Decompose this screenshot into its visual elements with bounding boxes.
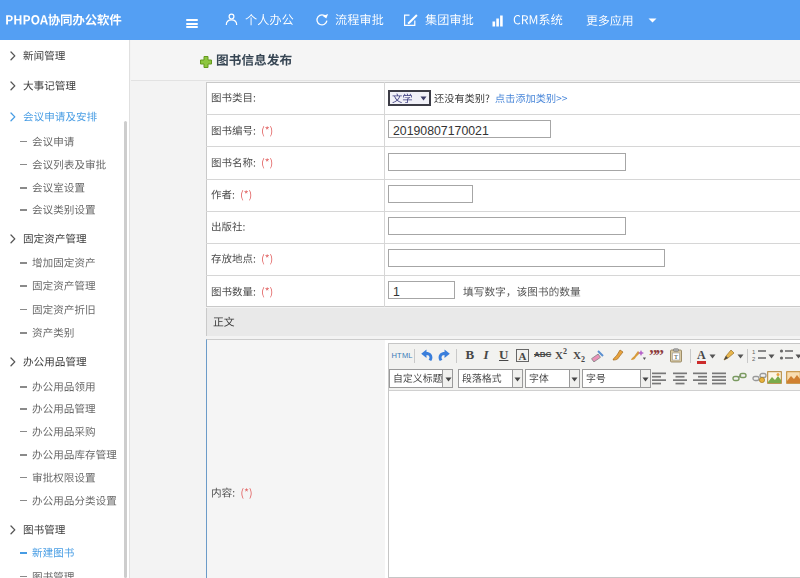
- svg-text:1: 1: [752, 349, 756, 355]
- svg-text:T: T: [674, 353, 678, 360]
- svg-text:2: 2: [752, 356, 756, 362]
